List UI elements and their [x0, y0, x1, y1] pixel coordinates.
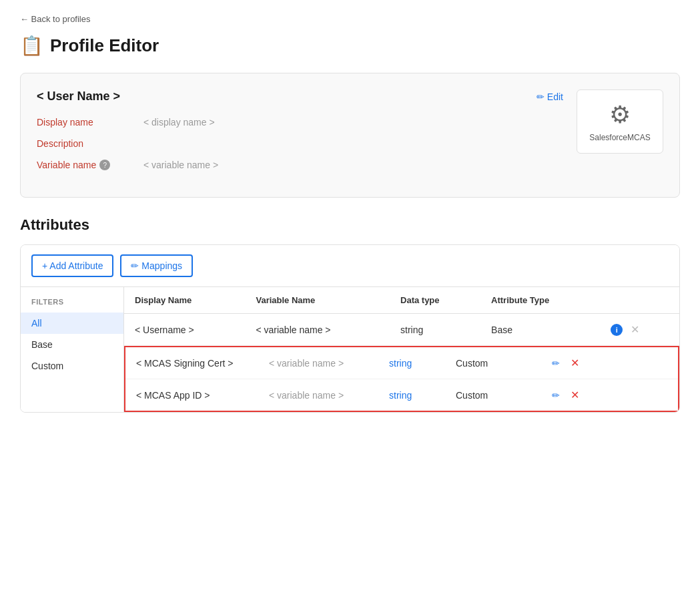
- filters-sidebar: FILTERS All Base Custom: [21, 287, 124, 412]
- row-variable-name: < variable name >: [258, 347, 378, 379]
- variable-name-field: Variable name ? < variable name >: [37, 160, 563, 170]
- row-attribute-type: Custom: [445, 347, 539, 379]
- row-display-name: < MCAS App ID >: [125, 379, 258, 412]
- edit-row-button[interactable]: ✏: [549, 389, 563, 402]
- row-attribute-type: Custom: [445, 379, 539, 412]
- row-variable-name: < variable name >: [258, 379, 378, 412]
- row-display-name: < MCAS Signing Cert >: [125, 347, 258, 379]
- row-actions: ✏ ✕: [539, 379, 679, 412]
- profile-username: < User Name >: [37, 89, 120, 104]
- display-name-label: Display name: [37, 117, 130, 128]
- row-variable-name: < variable name >: [245, 314, 390, 346]
- table-row: < Username > < variable name > string Ba…: [124, 314, 679, 346]
- table-row: < MCAS App ID > < variable name > string…: [125, 379, 679, 412]
- filter-all[interactable]: All: [21, 313, 123, 334]
- filter-custom[interactable]: Custom: [21, 355, 123, 377]
- variable-name-value: < variable name >: [143, 160, 218, 170]
- row-data-type: string: [390, 314, 480, 346]
- attributes-body: FILTERS All Base Custom Display Name Var…: [21, 287, 679, 412]
- display-name-field: Display name < display name >: [37, 117, 563, 128]
- page-title-row: 📋 Profile Editor: [20, 35, 680, 57]
- edit-row-button[interactable]: ✏: [549, 357, 563, 370]
- table-row: < MCAS Signing Cert > < variable name > …: [125, 347, 679, 379]
- mappings-button[interactable]: ✏ Mappings: [120, 254, 193, 277]
- row-data-type: string: [378, 379, 445, 412]
- description-label: Description: [37, 138, 130, 149]
- attributes-table: Display Name Variable Name Data type Att…: [124, 287, 679, 412]
- row-display-name: < Username >: [124, 314, 245, 346]
- table-area: Display Name Variable Name Data type Att…: [124, 287, 679, 412]
- display-name-value: < display name >: [143, 117, 215, 128]
- attributes-section: Attributes + Add Attribute ✏ Mappings FI…: [20, 216, 680, 413]
- row-attribute-type: Base: [480, 314, 600, 346]
- col-header-data-type: Data type: [390, 287, 480, 314]
- integration-gear-icon: ⚙: [609, 101, 631, 129]
- profile-card-left: < User Name > ✏ Edit Display name < disp…: [37, 89, 563, 181]
- filters-title: FILTERS: [21, 298, 123, 313]
- page-title: Profile Editor: [50, 35, 159, 56]
- col-header-attribute-type: Attribute Type: [480, 287, 600, 314]
- row-actions: i ✕: [600, 314, 679, 346]
- delete-row-button[interactable]: ✕: [568, 387, 582, 403]
- variable-name-help-icon[interactable]: ?: [99, 160, 110, 170]
- table-row: < MCAS Signing Cert > < variable name > …: [124, 346, 679, 413]
- edit-profile-button[interactable]: ✏ Edit: [537, 91, 563, 102]
- row-data-type: string: [378, 347, 445, 379]
- col-header-variable-name: Variable Name: [245, 287, 390, 314]
- variable-name-label: Variable name ?: [37, 160, 130, 170]
- add-attribute-button[interactable]: + Add Attribute: [31, 254, 113, 277]
- profile-integration-card: ⚙ SalesforceMCAS: [577, 89, 663, 154]
- attributes-toolbar: + Add Attribute ✏ Mappings: [21, 245, 679, 287]
- filter-base[interactable]: Base: [21, 334, 123, 355]
- integration-name: SalesforceMCAS: [589, 133, 650, 142]
- delete-row-button[interactable]: ✕: [568, 355, 582, 371]
- col-header-display-name: Display Name: [124, 287, 245, 314]
- back-to-profiles-link[interactable]: ← Back to profiles: [20, 14, 91, 24]
- description-field: Description: [37, 138, 563, 149]
- profile-card: < User Name > ✏ Edit Display name < disp…: [20, 73, 680, 198]
- page-title-icon: 📋: [20, 35, 43, 57]
- profile-username-row: < User Name > ✏ Edit: [37, 89, 563, 104]
- row-actions: ✏ ✕: [539, 347, 679, 379]
- col-header-actions: [600, 287, 679, 314]
- info-icon[interactable]: i: [611, 324, 623, 336]
- attributes-container: + Add Attribute ✏ Mappings FILTERS All B…: [20, 244, 680, 413]
- delete-row-button[interactable]: ✕: [628, 322, 642, 337]
- attributes-section-title: Attributes: [20, 216, 680, 234]
